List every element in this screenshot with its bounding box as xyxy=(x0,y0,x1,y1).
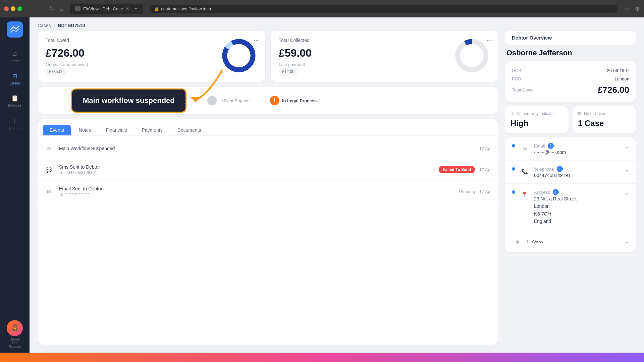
event-content-email: Email Sent to Debtor To: *****@****.*** xyxy=(59,186,454,197)
event-date-workflow: 17 Apr xyxy=(479,146,492,151)
pob-row: POB London xyxy=(512,76,629,81)
tabs-section: Events Notes Financials Payments Documen… xyxy=(38,119,498,345)
finview-label: FinView xyxy=(527,239,621,244)
event-meta-email: Pending 17 Apr xyxy=(459,189,492,194)
table-row: 💬 Sms Sent to Debtor To: 00447458149191 … xyxy=(38,159,498,181)
address-type-label: Address 1 xyxy=(534,189,620,195)
telephone-type-label: Telephone 1 xyxy=(534,166,620,172)
tab-close-button[interactable]: ✕ xyxy=(126,6,129,11)
vulnerability-value: High xyxy=(511,119,563,128)
event-subtitle-email: To: *****@****.*** xyxy=(59,192,454,197)
sidebar-item-invoices[interactable]: 📋 Invoices xyxy=(3,90,27,111)
debtor-info-card: DOB 20-06-1967 POB London Total Owed £72… xyxy=(505,61,636,102)
event-icon-workflow: ⚙ xyxy=(44,144,54,153)
tab-favicon xyxy=(75,6,80,11)
debtor-overview-label: Debtor Overview xyxy=(512,35,552,41)
email-type-label: Email 2 xyxy=(534,143,620,149)
total-collected-chart xyxy=(453,37,490,75)
event-title-workflow: Main Workflow Suspended xyxy=(59,146,474,151)
contact-item-address[interactable]: 📍 Address 1 23 Not a Real StreetLondonN3… xyxy=(505,184,636,231)
sidebar-item-home[interactable]: ⌂ Home xyxy=(3,45,27,67)
table-row: ✉ Email Sent to Debtor To: *****@****.**… xyxy=(38,181,498,202)
event-title-email: Email Sent to Debtor xyxy=(59,186,454,191)
step-dot-legal: ! xyxy=(270,96,279,105)
svg-rect-0 xyxy=(7,21,23,38)
telephone-contact-info: Telephone 1 00447458149191 xyxy=(534,166,620,178)
browser-tab[interactable]: FinView - Debt Case ✕ + xyxy=(70,4,143,14)
contact-active-dot-email xyxy=(512,144,515,147)
email-contact-info: Email 2 ········@·····.com xyxy=(534,143,620,155)
last-payment-amount: £12.00 xyxy=(279,68,298,75)
window-controls xyxy=(4,6,22,11)
workflow-suspended-label: Main workflow suspended xyxy=(83,96,175,105)
vulnerability-card: ⚠ Vulnerability indicator High xyxy=(505,106,569,133)
pending-badge: Pending xyxy=(459,189,475,194)
svg-point-3 xyxy=(458,42,486,70)
tab-documents[interactable]: Documents xyxy=(171,125,208,135)
sidebar-item-cases[interactable]: ⊞ Cases xyxy=(3,68,27,89)
failed-to-send-badge: Failed To Send xyxy=(439,166,475,173)
home-button[interactable]: ⌂ xyxy=(59,5,63,12)
cases-label: No of Cases xyxy=(584,111,606,116)
new-tab-button[interactable]: + xyxy=(135,6,138,12)
contact-item-finview[interactable]: ◈ FinView ⌄ xyxy=(505,231,636,252)
total-owed-card: ⋯ Total Owed £726.00 Original amount owe… xyxy=(38,31,265,82)
workflow-step-legal: ! In Legal Process xyxy=(270,96,317,105)
dob-row: DOB 20-06-1967 xyxy=(512,68,629,73)
contact-item-telephone[interactable]: 📞 Telephone 1 00447458149191 ⌄ xyxy=(505,161,636,184)
user-avatar[interactable]: 🧸 xyxy=(7,320,23,336)
event-content-sms: Sms Sent to Debtor To: 00447458149191 xyxy=(59,164,433,175)
event-title-sms: Sms Sent to Debtor xyxy=(59,164,433,170)
telephone-count-badge: 1 xyxy=(557,166,563,172)
total-owed-row: Total Owed £726.00 xyxy=(512,85,629,95)
url-text: customer-acc.finview.tech xyxy=(161,6,211,11)
address-chevron-icon: ⌄ xyxy=(624,189,629,196)
close-window-button[interactable] xyxy=(4,6,9,11)
total-owed-chart xyxy=(220,37,257,75)
address-value: 23 Not a Real StreetLondonN3 7GHEngland xyxy=(534,195,620,225)
step-label-debt-support: In Debt Support xyxy=(219,98,250,103)
tab-financials[interactable]: Financials xyxy=(99,125,133,135)
invoices-icon: 📋 xyxy=(11,95,18,102)
sidebar-item-upload[interactable]: ↑ Upload xyxy=(3,113,27,135)
breadcrumb-cases-link[interactable]: Cases xyxy=(38,23,51,28)
contact-item-email[interactable]: ✉ Email 2 ········@·····.com ⌄ xyxy=(505,137,636,161)
telephone-icon: 📞 xyxy=(519,166,530,177)
step-dot-debt-support xyxy=(207,96,217,105)
maximize-window-button[interactable] xyxy=(17,6,22,11)
total-owed-right-label: Total Owed xyxy=(512,87,534,93)
forward-button[interactable]: → xyxy=(38,5,44,12)
extensions-icon[interactable]: ⊕ xyxy=(635,5,640,12)
bookmark-icon[interactable]: ☆ xyxy=(624,5,630,12)
step-label-legal: In Legal Process xyxy=(282,98,317,103)
reload-button[interactable]: ↻ xyxy=(49,5,54,12)
total-collected-card: ⋯ Total Collected £59.00 Last payment £1… xyxy=(271,31,498,82)
app-container: ⌂ Home ⊞ Cases 📋 Invoices ↑ Upload 🧸 Dar… xyxy=(0,17,644,353)
tab-notes[interactable]: Notes xyxy=(72,125,98,135)
cases-header: ⊞ No of Cases xyxy=(578,111,631,116)
tab-events[interactable]: Events xyxy=(43,125,71,135)
sidebar-label-home: Home xyxy=(10,59,19,63)
sidebar: ⌂ Home ⊞ Cases 📋 Invoices ↑ Upload 🧸 Dar… xyxy=(0,17,30,353)
tab-payments[interactable]: Payments xyxy=(135,125,169,135)
address-pin-icon: 📍 xyxy=(519,189,530,200)
table-row: ⚙ Main Workflow Suspended 17 Apr xyxy=(38,138,498,159)
email-count-badge: 2 xyxy=(548,143,554,149)
contact-active-dot-address xyxy=(512,190,515,194)
cases-card: ⊞ No of Cases 1 Case xyxy=(573,106,636,133)
content-area: ⋯ Total Owed £726.00 Original amount owe… xyxy=(30,31,644,353)
debtor-overview-button[interactable]: Debtor Overview xyxy=(505,31,636,45)
event-subtitle-sms: To: 00447458149191 xyxy=(59,170,433,175)
back-button[interactable]: ← xyxy=(26,5,32,12)
warning-icon: ⚠ xyxy=(511,111,514,116)
minimize-window-button[interactable] xyxy=(11,6,15,11)
breadcrumb-separator: › xyxy=(54,23,55,28)
events-list: ⚙ Main Workflow Suspended 17 Apr 💬 xyxy=(38,136,498,345)
address-contact-info: Address 1 23 Not a Real StreetLondonN3 7… xyxy=(534,189,620,225)
sidebar-label-cases: Cases xyxy=(9,81,20,85)
main-content: Cases › BDTBG7510 ⋯ Total Owed £726.00 O… xyxy=(30,17,644,353)
finview-chevron-icon: ⌄ xyxy=(625,238,629,245)
debtor-name: Osborne Jefferson xyxy=(505,49,636,57)
address-bar[interactable]: 🔒 customer-acc.finview.tech xyxy=(150,5,618,13)
cases-icon: ⊞ xyxy=(12,72,17,80)
